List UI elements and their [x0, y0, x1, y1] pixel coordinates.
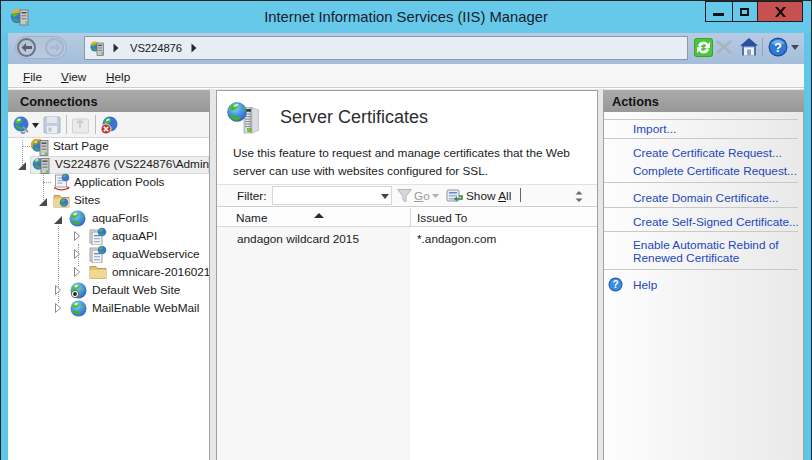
svg-text:?: ? — [774, 40, 782, 55]
svg-text:?: ? — [612, 279, 618, 290]
